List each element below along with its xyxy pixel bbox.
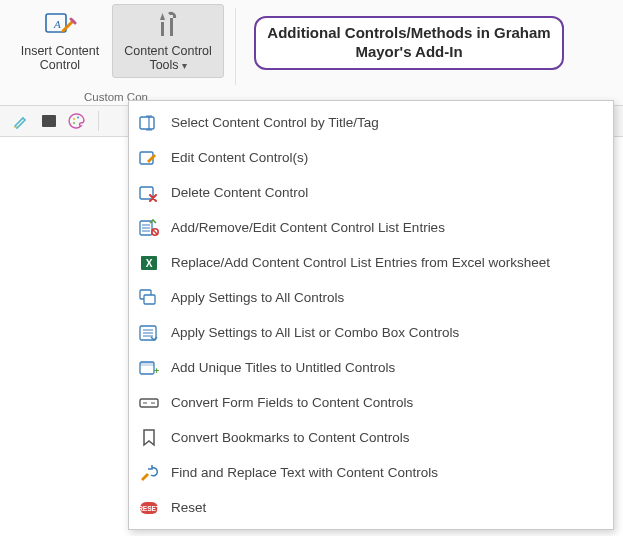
content-control-tools-label-1: Content Control	[124, 44, 212, 58]
menu-label: Convert Form Fields to Content Controls	[171, 395, 413, 410]
menu-label: Delete Content Control	[171, 185, 308, 200]
menu-label: Apply Settings to All List or Combo Box …	[171, 325, 459, 340]
menu-item-find-replace[interactable]: Find and Replace Text with Content Contr…	[129, 455, 613, 490]
menu-label: Add Unique Titles to Untitled Controls	[171, 360, 395, 375]
svg-text:+: +	[154, 366, 159, 376]
ribbon-group-separator	[235, 8, 236, 85]
select-icon	[139, 113, 159, 133]
content-control-tools-label-2: Tools	[149, 58, 178, 72]
bookmark-icon	[139, 428, 159, 448]
svg-rect-3	[170, 18, 173, 36]
svg-text:RESET: RESET	[139, 505, 159, 512]
highlighter-icon[interactable]	[12, 112, 30, 130]
menu-item-convert-bookmarks[interactable]: Convert Bookmarks to Content Controls	[129, 420, 613, 455]
menu-label: Select Content Control by Title/Tag	[171, 115, 379, 130]
menu-item-excel-list[interactable]: X Replace/Add Content Control List Entri…	[129, 245, 613, 280]
svg-rect-16	[144, 295, 155, 304]
menu-label: Edit Content Control(s)	[171, 150, 308, 165]
menu-item-unique-titles[interactable]: + Add Unique Titles to Untitled Controls	[129, 350, 613, 385]
content-control-tools-menu: Select Content Control by Title/Tag Edit…	[128, 100, 614, 530]
menu-label: Find and Replace Text with Content Contr…	[171, 465, 438, 480]
apply-all-icon	[139, 288, 159, 308]
apply-list-icon	[139, 323, 159, 343]
menu-label: Add/Remove/Edit Content Control List Ent…	[171, 220, 445, 235]
ribbon-group-custom-controls: A Insert Content Control	[0, 0, 232, 105]
tools-icon	[151, 8, 185, 42]
delete-icon	[139, 183, 159, 203]
menu-item-list-entries[interactable]: Add/Remove/Edit Content Control List Ent…	[129, 210, 613, 245]
svg-point-6	[77, 116, 79, 118]
svg-rect-19	[140, 362, 154, 366]
toolbar-separator	[98, 111, 99, 131]
svg-point-5	[73, 118, 75, 120]
insert-content-control-label-2: Control	[40, 58, 80, 72]
reset-icon: RESET	[139, 498, 159, 518]
svg-rect-8	[140, 117, 154, 129]
content-control-tools-button[interactable]: Content Control Tools▾	[112, 4, 224, 78]
svg-rect-4	[42, 115, 56, 127]
insert-content-control-label-1: Insert Content	[21, 44, 100, 58]
svg-rect-21	[140, 399, 158, 407]
edit-icon	[139, 148, 159, 168]
svg-text:X: X	[146, 258, 153, 269]
menu-label: Reset	[171, 500, 206, 515]
menu-item-reset[interactable]: RESET Reset	[129, 490, 613, 525]
menu-item-apply-all[interactable]: Apply Settings to All Controls	[129, 280, 613, 315]
menu-item-delete-control[interactable]: Delete Content Control	[129, 175, 613, 210]
insert-content-control-button[interactable]: A Insert Content Control	[8, 4, 112, 78]
chevron-down-icon: ▾	[182, 60, 187, 71]
excel-icon: X	[139, 253, 159, 273]
svg-point-7	[73, 122, 75, 124]
menu-item-convert-form-fields[interactable]: Convert Form Fields to Content Controls	[129, 385, 613, 420]
callout-text: Additional Controls/Methods in Graham Ma…	[266, 24, 552, 62]
menu-item-edit-controls[interactable]: Edit Content Control(s)	[129, 140, 613, 175]
find-replace-icon	[139, 463, 159, 483]
menu-label: Convert Bookmarks to Content Controls	[171, 430, 410, 445]
callout-box: Additional Controls/Methods in Graham Ma…	[254, 16, 564, 70]
menu-item-apply-list-combo[interactable]: Apply Settings to All List or Combo Box …	[129, 315, 613, 350]
palette-icon[interactable]	[68, 112, 86, 130]
menu-item-select-by-title[interactable]: Select Content Control by Title/Tag	[129, 105, 613, 140]
convert-form-icon	[139, 393, 159, 413]
dark-square-icon[interactable]	[40, 112, 58, 130]
insert-content-control-icon: A	[43, 8, 77, 42]
unique-title-icon: +	[139, 358, 159, 378]
menu-label: Replace/Add Content Control List Entries…	[171, 255, 550, 270]
svg-rect-2	[161, 22, 164, 36]
list-edit-icon	[139, 218, 159, 238]
svg-text:A: A	[53, 18, 61, 30]
menu-label: Apply Settings to All Controls	[171, 290, 344, 305]
